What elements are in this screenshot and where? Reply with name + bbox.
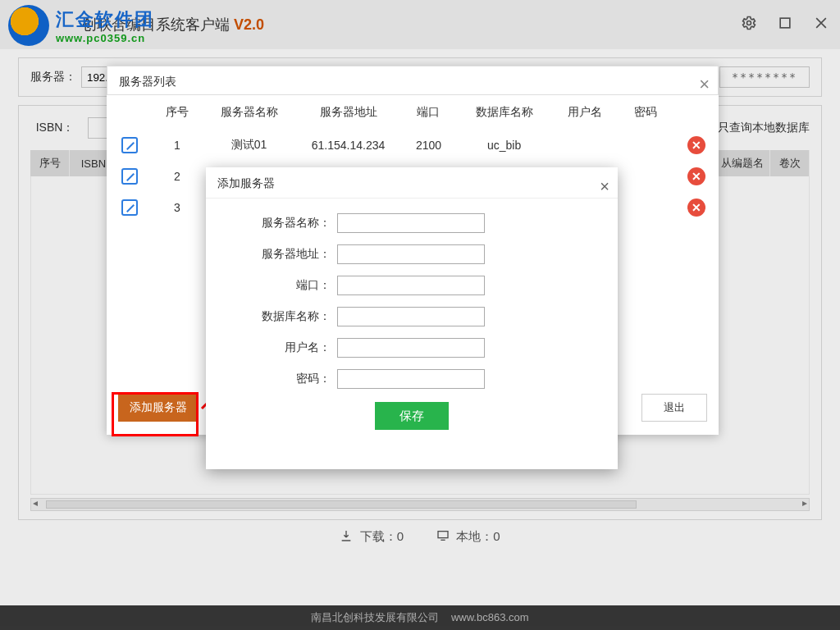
- edit-icon[interactable]: [121, 137, 138, 153]
- server-list-header: 序号 服务器名称 服务器地址 端口 数据库名称 用户名 密码: [107, 95, 719, 130]
- edit-icon[interactable]: [121, 199, 138, 216]
- delete-icon[interactable]: ✕: [687, 136, 705, 154]
- exit-button[interactable]: 退出: [641, 394, 707, 422]
- label-server-name: 服务器名称：: [231, 216, 337, 231]
- close-add-modal-icon[interactable]: ×: [600, 171, 609, 202]
- delete-icon[interactable]: ✕: [687, 199, 705, 217]
- label-username: 用户名：: [231, 340, 337, 355]
- label-db-name: 数据库名称：: [231, 309, 337, 324]
- delete-icon[interactable]: ✕: [687, 167, 705, 185]
- add-server-button[interactable]: 添加服务器: [118, 394, 199, 422]
- label-server-addr: 服务器地址：: [231, 247, 337, 262]
- save-button[interactable]: 保存: [375, 402, 449, 430]
- add-server-modal: 添加服务器 × 服务器名称： 服务器地址： 端口： 数据库名称： 用户名： 密码…: [206, 167, 618, 469]
- input-server-port[interactable]: [337, 276, 485, 295]
- close-server-list-icon[interactable]: ×: [699, 70, 710, 99]
- input-password[interactable]: [337, 369, 485, 389]
- input-username[interactable]: [337, 338, 485, 358]
- server-row[interactable]: 1 测试01 61.154.14.234 2100 uc_bib ✕: [107, 130, 719, 161]
- server-list-title: 服务器列表: [119, 75, 176, 88]
- edit-icon[interactable]: [121, 168, 138, 185]
- input-db-name[interactable]: [337, 307, 485, 326]
- label-password: 密码：: [231, 372, 337, 386]
- add-server-title: 添加服务器: [217, 176, 275, 189]
- label-server-port: 端口：: [231, 278, 337, 293]
- input-server-name[interactable]: [337, 213, 485, 233]
- input-server-addr[interactable]: [337, 244, 485, 264]
